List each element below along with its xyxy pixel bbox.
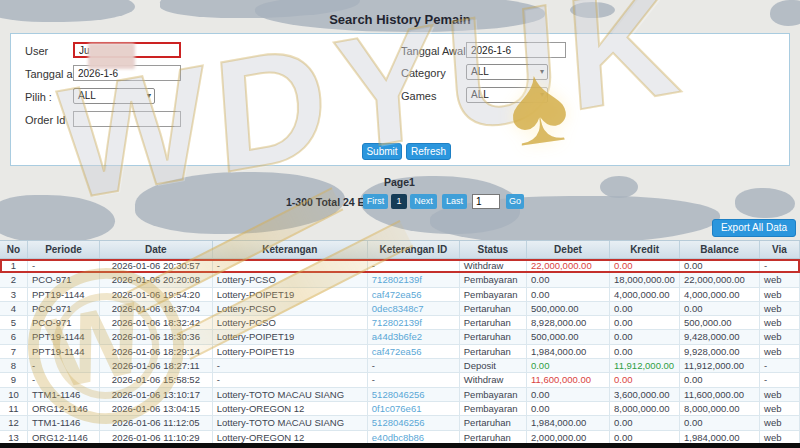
cell-via: web	[760, 402, 800, 415]
cell-balance: 0.00	[680, 416, 760, 429]
chevron-down-icon: ▾	[147, 91, 151, 100]
cell-kredit: 11,912,000.00	[610, 359, 680, 372]
games-label: Games	[401, 90, 436, 102]
cell-kredit: 8,000,000.00	[610, 402, 680, 415]
cell-via: web	[760, 316, 800, 329]
table-row: 7PPT19-11442026-01-06 18:29:14Lottery-PO…	[0, 345, 800, 359]
last-page-button[interactable]: Last	[442, 194, 467, 209]
cell-periode: PPT19-1144	[28, 330, 100, 343]
cell-kredit: 0.00	[610, 259, 680, 272]
cell-keterangan_id[interactable]: 5128046256	[368, 388, 460, 401]
cell-debet: 1,984,000.00	[527, 345, 610, 358]
table-row: 2PCO-9712026-01-06 20:20:08Lottery-PCSO7…	[0, 273, 800, 287]
category-label: Category	[401, 67, 446, 79]
cell-no: 8	[0, 359, 28, 372]
cell-keterangan_id[interactable]: 712802139f	[368, 316, 460, 329]
category-select[interactable]: ALL ▾	[466, 64, 548, 80]
cell-balance: 11,600,000.00	[680, 388, 760, 401]
cell-periode: PCO-971	[28, 302, 100, 315]
cell-keterangan_id[interactable]: 5128046256	[368, 416, 460, 429]
cell-keterangan_id: -	[368, 373, 460, 386]
cell-periode: PCO-971	[28, 316, 100, 329]
cell-kredit: 0.00	[610, 302, 680, 315]
cell-no: 6	[0, 330, 28, 343]
first-page-button[interactable]: First	[363, 194, 388, 209]
pilih-label: Pilih :	[25, 91, 52, 103]
cell-no: 5	[0, 316, 28, 329]
next-page-button[interactable]: Next	[410, 194, 437, 209]
cell-kredit: 3,600,000.00	[610, 388, 680, 401]
cell-debet: 0.00	[527, 388, 610, 401]
submit-button[interactable]: Submit	[362, 143, 402, 160]
cell-balance: 11,912,000.00	[680, 359, 760, 372]
cell-keterangan_id[interactable]: caf472ea56	[368, 345, 460, 358]
current-page-button[interactable]: 1	[391, 194, 407, 209]
cell-keterangan_id[interactable]: 0f1c076e61	[368, 402, 460, 415]
cell-debet: 500,000.00	[527, 302, 610, 315]
cell-status: Pertaruhan	[460, 316, 527, 329]
table-row: 6PPT19-11442026-01-06 18:30:36Lottery-PO…	[0, 330, 800, 344]
cell-keterangan_id[interactable]: a44d3b6fe2	[368, 330, 460, 343]
cell-balance: 4,000,000.00	[680, 288, 760, 301]
redaction-blur	[88, 43, 135, 69]
cell-keterangan_id: -	[368, 259, 460, 272]
cell-keterangan_id[interactable]: caf472ea56	[368, 288, 460, 301]
cell-kredit: 0.00	[610, 373, 680, 386]
cell-no: 11	[0, 402, 28, 415]
cell-debet: 0.00	[527, 288, 610, 301]
cell-keterangan: Lottery-OREGON 12	[213, 402, 368, 415]
cell-status: Pembayaran	[460, 273, 527, 286]
table-row: 10TTM1-11462026-01-06 13:10:17Lottery-TO…	[0, 388, 800, 402]
map-landmass	[735, 188, 795, 218]
cell-balance: 8,000,000.00	[680, 402, 760, 415]
cell-keterangan: Lottery-POIPET19	[213, 330, 368, 343]
cell-keterangan: Lottery-POIPET19	[213, 345, 368, 358]
cell-keterangan: Lottery-POIPET19	[213, 288, 368, 301]
cell-no: 13	[0, 431, 28, 444]
chevron-down-icon: ▾	[540, 90, 544, 99]
cell-kredit: 0.00	[610, 416, 680, 429]
cell-periode: TTM1-1146	[28, 416, 100, 429]
cell-status: Deposit	[460, 359, 527, 372]
order-id-label: Order Id	[25, 114, 65, 126]
cell-debet: 0.00	[527, 359, 610, 372]
cell-debet: 11,600,000.00	[527, 373, 610, 386]
cell-date: 2026-01-06 18:32:42	[100, 316, 213, 329]
cell-keterangan_id[interactable]: 712802139f	[368, 273, 460, 286]
cell-keterangan_id[interactable]: 0dec8348c7	[368, 302, 460, 315]
cell-no: 12	[0, 416, 28, 429]
column-header-keterangan: Keterangan	[213, 241, 368, 258]
tanggal-awal-input[interactable]	[466, 42, 566, 58]
cell-balance: 9,928,000.00	[680, 345, 760, 358]
table-row: 4PCO-9712026-01-06 18:37:04Lottery-PCSO0…	[0, 302, 800, 316]
cell-no: 2	[0, 273, 28, 286]
user-label: User	[25, 45, 48, 57]
goto-page-input[interactable]	[472, 194, 500, 209]
cell-keterangan_id[interactable]: e40dbc8b86	[368, 431, 460, 444]
cell-status: Pembayaran	[460, 388, 527, 401]
export-all-data-button[interactable]: Export All Data	[712, 219, 796, 237]
cell-debet: 0.00	[527, 273, 610, 286]
cell-balance: 0.00	[680, 373, 760, 386]
cell-date: 2026-01-06 13:10:17	[100, 388, 213, 401]
table-row: 3PPT19-11442026-01-06 19:54:20Lottery-PO…	[0, 288, 800, 302]
cell-keterangan: Lottery-PCSO	[213, 273, 368, 286]
cell-keterangan: Lottery-TOTO MACAU SIANG	[213, 388, 368, 401]
cell-via: web	[760, 288, 800, 301]
cell-date: 2026-01-06 18:27:11	[100, 359, 213, 372]
chevron-down-icon: ▾	[540, 67, 544, 76]
pilih-select[interactable]: ALL ▾	[73, 88, 155, 104]
cell-status: Pertaruhan	[460, 431, 527, 444]
cell-date: 2026-01-06 11:12:05	[100, 416, 213, 429]
cell-status: Pertaruhan	[460, 345, 527, 358]
games-select[interactable]: ALL ▾	[466, 87, 548, 103]
table-row: 9-2026-01-06 15:58:52--Withdraw11,600,00…	[0, 373, 800, 387]
cell-periode: TTM1-1146	[28, 388, 100, 401]
cell-debet: 500,000.00	[527, 330, 610, 343]
cell-no: 1	[0, 259, 28, 272]
go-button[interactable]: Go	[506, 194, 524, 209]
cell-keterangan: Lottery-PCSO	[213, 316, 368, 329]
cell-kredit: 0.00	[610, 330, 680, 343]
refresh-button[interactable]: Refresh	[406, 143, 451, 160]
order-id-input[interactable]	[73, 111, 181, 127]
